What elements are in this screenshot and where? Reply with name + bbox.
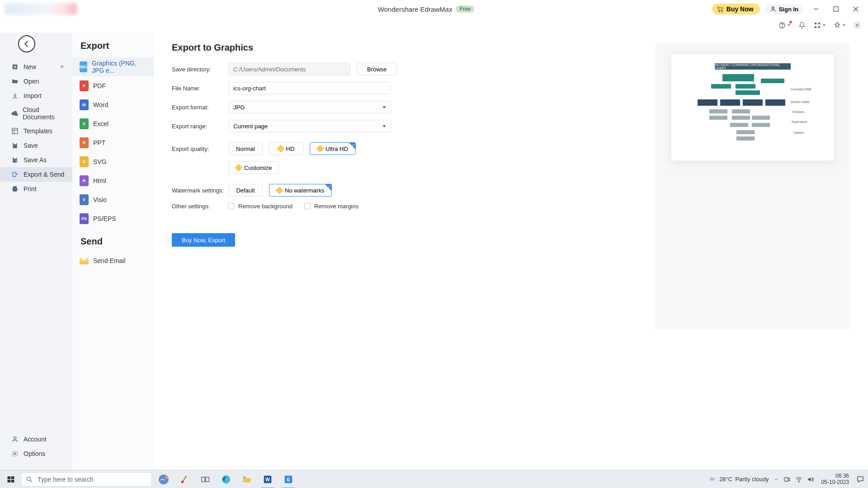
format-pdf[interactable]: P PDF [72,76,154,95]
settings-icon[interactable] [854,22,861,29]
menu-save-as[interactable]: Save As [0,153,72,167]
format-visio[interactable]: V Visio [72,190,154,209]
pdf-icon: P [80,80,89,91]
menu-cloud-documents[interactable]: Cloud Documents [0,103,72,124]
tray-meet-now-icon[interactable] [783,476,791,483]
weather-temp: 28°C [719,476,732,483]
taskbar-explorer-icon[interactable] [238,470,256,488]
remove-margins-checkbox[interactable]: Remove margins [304,203,359,210]
format-svg[interactable]: S SVG [72,152,154,171]
checkbox-icon [304,203,311,209]
plus-icon[interactable]: + [60,63,64,71]
file-name-input[interactable] [228,82,391,94]
tray-chevron-up-icon[interactable] [774,477,779,482]
menu-print-label: Print [24,185,37,192]
export-icon [11,170,19,178]
save-directory-input[interactable] [228,63,350,75]
remove-background-checkbox[interactable]: Remove background [228,203,292,210]
close-button[interactable] [848,1,863,17]
save-directory-label: Save directory: [172,66,228,73]
pseps-icon: PS [80,213,89,224]
svg-icon: S [80,156,89,167]
word-icon: W [80,99,89,110]
menu-new[interactable]: New + [0,60,72,74]
folder-icon [11,77,19,85]
sign-in-button[interactable]: Sign In [764,4,804,14]
tray-clock[interactable]: 06:36 05-10-2023 [819,473,852,485]
quality-hd[interactable]: HD [269,142,303,155]
templates-icon [11,127,19,135]
tray-notifications-icon[interactable] [856,475,864,483]
export-quality-label: Export quality: [172,145,228,152]
svg-point-39 [798,481,799,482]
menu-account[interactable]: Account [0,432,72,446]
apps-icon[interactable] [814,22,826,29]
menu-options[interactable]: Options [0,446,72,461]
menu-save-label: Save [24,142,38,149]
tray-volume-icon[interactable] [807,476,814,483]
tray-date: 05-10-2023 [821,479,849,485]
menu-templates[interactable]: Templates [0,124,72,138]
taskbar-edraw-icon[interactable]: E [279,470,297,488]
format-word[interactable]: W Word [72,95,154,114]
svg-rect-21 [11,476,14,479]
svg-rect-22 [8,479,11,482]
html-icon: H [80,175,89,186]
pin-icon[interactable] [834,22,845,29]
quality-customize[interactable]: Customize [228,161,279,174]
buy-now-export-button[interactable]: Buy Now, Export [172,233,235,247]
back-button[interactable] [18,35,35,52]
menu-templates-label: Templates [24,127,52,135]
svg-point-26 [165,476,168,479]
menu-open[interactable]: Open [0,74,72,89]
menu-save[interactable]: Save [0,138,72,153]
start-button[interactable] [4,472,18,487]
quality-ultra-hd[interactable]: Ultra HD [310,142,356,155]
format-svg-label: SVG [93,158,107,165]
watermark-label: Watermark settings: [172,187,228,194]
watermark-none[interactable]: No watermarks [269,184,332,197]
svg-point-2 [772,7,774,9]
browse-button[interactable]: Browse [357,63,397,75]
taskbar-edge-icon[interactable] [217,470,235,488]
format-pseps[interactable]: PS PS/EPS [72,209,154,228]
export-format-select[interactable]: JPG [228,101,391,113]
format-html[interactable]: H Html [72,171,154,190]
watermark-default[interactable]: Default [228,184,263,197]
format-word-label: Word [93,101,108,108]
quality-normal[interactable]: Normal [228,142,263,155]
format-graphics[interactable]: IMG Graphics (PNG, JPG e... [72,57,154,76]
menu-cloud-label: Cloud Documents [23,106,67,121]
taskbar-taskview-icon[interactable] [196,470,214,488]
arrow-left-icon [23,40,31,48]
taskbar-cricket-icon[interactable] [175,470,193,488]
svg-rect-4 [834,7,838,11]
format-visio-label: Visio [93,196,107,203]
free-badge: Free [456,5,474,13]
bell-icon[interactable] [798,22,806,29]
quality-customize-label: Customize [244,164,272,171]
send-heading: Send [72,228,154,251]
minimize-button[interactable] [808,1,824,17]
taskbar-search[interactable]: Type here to search [21,472,152,487]
taskbar-word-icon[interactable]: W [259,470,277,488]
svg-point-19 [14,453,16,455]
menu-print[interactable]: Print [0,182,72,196]
format-excel[interactable]: X Excel [72,114,154,133]
remove-margins-label: Remove margins [314,203,359,210]
maximize-button[interactable] [828,1,844,17]
send-email-label: Send Email [93,257,126,264]
menu-export-send[interactable]: Export & Send [0,167,72,182]
taskbar-search-placeholder: Type here to search [38,476,94,483]
menu-import[interactable]: Import [0,89,72,103]
export-format-label: Export format: [172,104,228,111]
format-ppt[interactable]: P PPT [72,133,154,152]
export-range-select[interactable]: Current page [228,120,391,132]
tray-weather[interactable]: 28°C Partly cloudy [708,475,769,483]
tray-wifi-icon[interactable] [795,476,802,483]
taskbar-news-icon[interactable] [155,470,173,488]
send-email[interactable]: Send Email [72,251,154,270]
buy-now-button[interactable]: Buy Now [712,4,760,14]
weather-icon [708,475,717,483]
help-icon[interactable] [778,22,790,29]
